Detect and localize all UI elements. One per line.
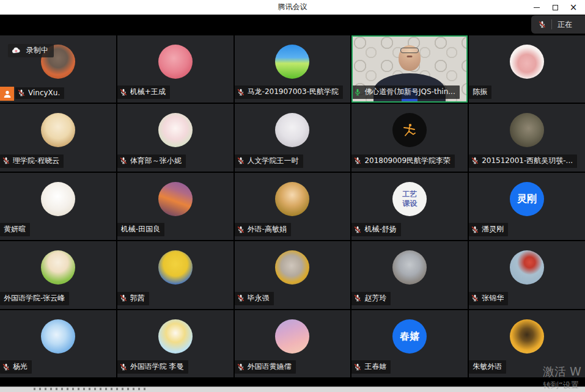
- participant-name-label: 201809009民航学院李荣: [351, 154, 455, 168]
- participant-tile[interactable]: 外国语黄嬿儒: [235, 310, 351, 377]
- minimize-icon: [534, 7, 540, 8]
- participant-tile[interactable]: 录制中VincyXu.: [0, 35, 116, 103]
- participant-name: 黄妍暄: [4, 224, 26, 234]
- maximize-icon: [553, 5, 558, 10]
- avatar: [158, 113, 193, 147]
- muted-mic-icon: [237, 294, 245, 302]
- muted-mic-icon: [2, 157, 10, 164]
- participant-tile[interactable]: 张锦华: [469, 241, 585, 308]
- participant-name-label: 外国语学院-张云峰: [0, 292, 69, 305]
- participant-name: 机械-田国良: [121, 224, 160, 234]
- participant-name-label: 郭茜: [117, 292, 149, 305]
- participant-tile[interactable]: 理学院-程晓云: [0, 104, 116, 171]
- participant-tile[interactable]: 郭茜: [117, 241, 234, 308]
- cloud-recording-icon: [12, 47, 21, 54]
- muted-mic-icon: [354, 294, 361, 302]
- participant-name-label: 黄妍暄: [0, 223, 30, 236]
- speaking-indicator-panel[interactable]: 正在: [531, 15, 585, 34]
- window-title: 腾讯会议: [278, 2, 307, 12]
- participant-name: 王春嬉: [364, 361, 386, 372]
- participant-tile[interactable]: 佛心道骨(加新号JQS-thin...: [351, 35, 468, 103]
- muted-mic-icon: [354, 226, 361, 233]
- participant-name: 机械+王成: [130, 87, 166, 97]
- participant-name-label: 潘灵刚: [469, 223, 508, 236]
- participant-tile[interactable]: 外国语学院 李曼: [117, 310, 234, 377]
- presenter-person-icon: [3, 90, 12, 98]
- participant-name: 人文学院王一时: [248, 156, 299, 166]
- participant-grid: 录制中VincyXu.机械+王成马龙-201907003-民航学院佛心道骨(加新…: [0, 35, 585, 377]
- participant-name: 外国语黄嬿儒: [248, 361, 292, 372]
- muted-mic-icon: [120, 294, 127, 302]
- participant-name-label: 王春嬉: [351, 360, 391, 374]
- avatar: [41, 182, 75, 216]
- avatar: [158, 45, 193, 79]
- participant-name: 杨光: [13, 361, 28, 372]
- muted-mic-icon: [237, 226, 245, 233]
- participant-tile[interactable]: 外语-高敏娟: [235, 173, 351, 240]
- participant-name: 潘灵刚: [482, 224, 504, 234]
- participant-tile[interactable]: 灵刚潘灵刚: [469, 173, 585, 240]
- avatar: [392, 113, 427, 147]
- participant-name-label: 佛心道骨(加新号JQS-thin...: [351, 85, 459, 99]
- recording-badge: 录制中: [8, 44, 54, 57]
- muted-mic-icon: [2, 363, 10, 371]
- recording-label: 录制中: [26, 45, 48, 56]
- participant-name-label: 外国语黄嬿儒: [235, 360, 296, 374]
- top-strip: 正在: [0, 15, 585, 35]
- avatar: 春嬉: [392, 319, 427, 354]
- participant-tile[interactable]: 毕永强: [235, 241, 351, 308]
- muted-mic-icon: [120, 157, 127, 164]
- participant-name: 机械-舒扬: [364, 224, 396, 234]
- participant-name-label: 外国语学院 李曼: [117, 360, 188, 374]
- participant-name-label: 机械-舒扬: [351, 223, 400, 236]
- participant-tile[interactable]: 外国语学院-张云峰: [0, 241, 116, 308]
- participant-tile[interactable]: 201512001-西航吴玥彂-...: [469, 104, 585, 171]
- participant-tile[interactable]: 赵芳玲: [351, 241, 468, 308]
- muted-mic-icon: [237, 157, 245, 164]
- participant-tile[interactable]: 201809009民航学院李荣: [351, 104, 468, 171]
- muted-mic-icon: [237, 363, 245, 371]
- avatar: [275, 113, 309, 147]
- avatar: [275, 45, 309, 79]
- participant-name-label: 201512001-西航吴玥彂-...: [469, 154, 577, 168]
- participant-tile[interactable]: 杨光: [0, 310, 116, 377]
- avatar: [158, 250, 193, 285]
- muted-mic-icon: [354, 363, 361, 371]
- minimize-button[interactable]: [528, 0, 546, 15]
- participant-tile[interactable]: 陈振: [469, 35, 585, 103]
- participant-tile[interactable]: 马龙-201907003-民航学院: [235, 35, 351, 103]
- background-window-sliver[interactable]: [0, 387, 585, 392]
- participant-name-label: 外语-高敏娟: [235, 223, 291, 236]
- participant-name-label: 赵芳玲: [351, 292, 391, 305]
- activate-windows-watermark-line1: 激活 W: [543, 364, 581, 380]
- avatar: [158, 182, 193, 216]
- participant-name: 赵芳玲: [364, 293, 386, 303]
- muted-mic-icon: [120, 363, 127, 371]
- close-button[interactable]: ×: [564, 0, 583, 15]
- participant-tile[interactable]: 体育部～张小妮: [117, 104, 234, 171]
- participant-tile[interactable]: 春嬉王春嬉: [351, 310, 468, 377]
- participant-tile[interactable]: 人文学院王一时: [235, 104, 351, 171]
- avatar: [41, 319, 75, 354]
- participant-tile[interactable]: 黄妍暄: [0, 173, 116, 240]
- maximize-button[interactable]: [546, 0, 564, 15]
- avatar: 工艺课设: [392, 182, 427, 216]
- participant-name-label: 理学院-程晓云: [0, 154, 64, 168]
- participant-tile[interactable]: 机械+王成: [117, 35, 234, 103]
- muted-mic-icon: [471, 157, 479, 164]
- participant-name: 201809009民航学院李荣: [364, 156, 451, 166]
- participant-name: 陈振: [473, 87, 487, 97]
- avatar: [510, 113, 544, 147]
- muted-mic-icon: [354, 157, 361, 164]
- divider: [551, 20, 552, 29]
- muted-mic-icon: [18, 89, 25, 96]
- speaker-glasses: [400, 48, 419, 53]
- participant-name-label: 朱敏外语: [469, 360, 506, 374]
- participant-name: 201512001-西航吴玥彂-...: [482, 156, 573, 166]
- participant-tile[interactable]: 机械-田国良: [117, 173, 234, 240]
- avatar: [392, 250, 427, 285]
- participant-name: 张锦华: [482, 293, 504, 303]
- participant-tile[interactable]: 工艺课设机械-舒扬: [351, 173, 468, 240]
- participant-name-label: 毕永强: [235, 292, 274, 305]
- avatar: [275, 319, 309, 354]
